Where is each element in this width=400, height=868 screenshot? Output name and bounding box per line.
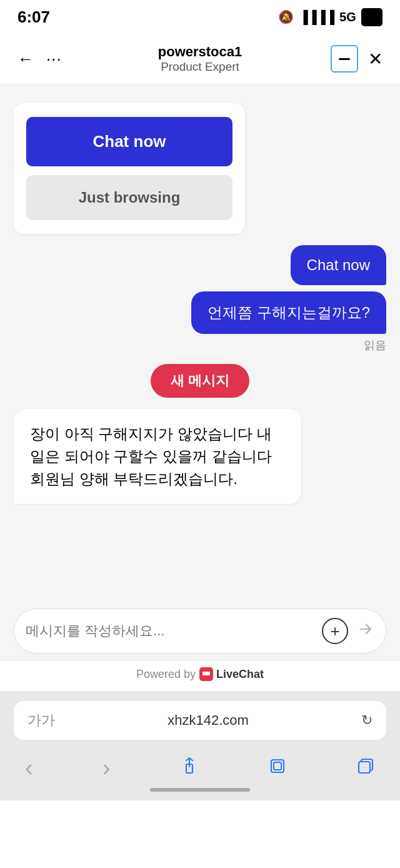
send-button[interactable] — [357, 620, 374, 642]
received-message-1: 장이 아직 구해지지가 않았습니다 내일은 되어야 구할수 있을꺼 같습니다 회… — [14, 409, 301, 504]
browser-bookmarks-button[interactable] — [268, 757, 287, 780]
header-left: ← ··· — [18, 49, 62, 69]
just-browsing-button[interactable]: Just browsing — [26, 175, 232, 220]
input-container: + — [14, 608, 386, 654]
browser-nav: ‹ › — [0, 746, 400, 788]
powered-by: Powered by LiveChat — [0, 661, 400, 691]
powered-by-label: Powered by — [136, 668, 196, 681]
read-status: 읽음 — [364, 338, 386, 353]
header-title: powerstoca1 Product Expert — [158, 44, 242, 74]
chat-now-button[interactable]: Chat now — [26, 117, 232, 166]
attach-button[interactable]: + — [322, 618, 348, 644]
signal-icon: ▐▐▐▐ — [299, 10, 334, 24]
url-display[interactable]: xhzk142.com — [168, 712, 249, 729]
browser-share-button[interactable] — [180, 757, 199, 780]
agent-role: Product Expert — [158, 60, 242, 74]
svg-rect-5 — [359, 762, 370, 773]
sent-messages-group: Chat now 언제쯤 구해지는걸까요? 읽음 — [14, 245, 386, 353]
new-message-badge: 새 메시지 — [151, 364, 249, 398]
minimize-button[interactable] — [331, 45, 358, 73]
minimize-icon — [339, 58, 350, 60]
header-right: ✕ — [331, 45, 382, 73]
close-button[interactable]: ✕ — [368, 49, 382, 69]
reload-button[interactable]: ↻ — [361, 712, 372, 729]
url-left-text: 가가 — [28, 711, 55, 730]
network-label: 5G — [339, 10, 356, 24]
browser-back-button[interactable]: ‹ — [25, 755, 33, 782]
mute-icon: 🔕 — [278, 9, 294, 24]
browser-bar: 가가 xhzk142.com ↻ — [0, 691, 400, 746]
url-bar[interactable]: 가가 xhzk142.com ↻ — [14, 701, 386, 740]
chat-options-card: Chat now Just browsing — [14, 103, 245, 234]
more-options-button[interactable]: ··· — [46, 49, 62, 69]
back-button[interactable]: ← — [18, 49, 34, 69]
message-input[interactable] — [26, 623, 313, 639]
chat-input-area: + — [0, 597, 400, 661]
status-icons: 🔕 ▐▐▐▐ 5G 66 — [278, 8, 382, 26]
home-bar — [150, 788, 250, 792]
agent-name: powerstoca1 — [158, 44, 242, 60]
sent-message-1: Chat now — [291, 245, 386, 285]
sent-message-2: 언제쯤 구해지는걸까요? — [191, 291, 386, 334]
battery-indicator: 66 — [361, 8, 382, 26]
svg-rect-3 — [274, 762, 281, 770]
browser-tabs-button[interactable] — [356, 757, 375, 780]
browser-forward-button[interactable]: › — [102, 755, 111, 782]
status-time: 6:07 — [18, 8, 50, 27]
home-indicator — [0, 788, 400, 800]
chat-header: ← ··· powerstoca1 Product Expert ✕ — [0, 34, 400, 84]
chat-area: Chat now Just browsing Chat now 언제쯤 구해지는… — [0, 84, 400, 597]
livechat-brand-label: LiveChat — [216, 668, 264, 681]
livechat-icon — [199, 667, 213, 681]
status-bar: 6:07 🔕 ▐▐▐▐ 5G 66 — [0, 0, 400, 34]
